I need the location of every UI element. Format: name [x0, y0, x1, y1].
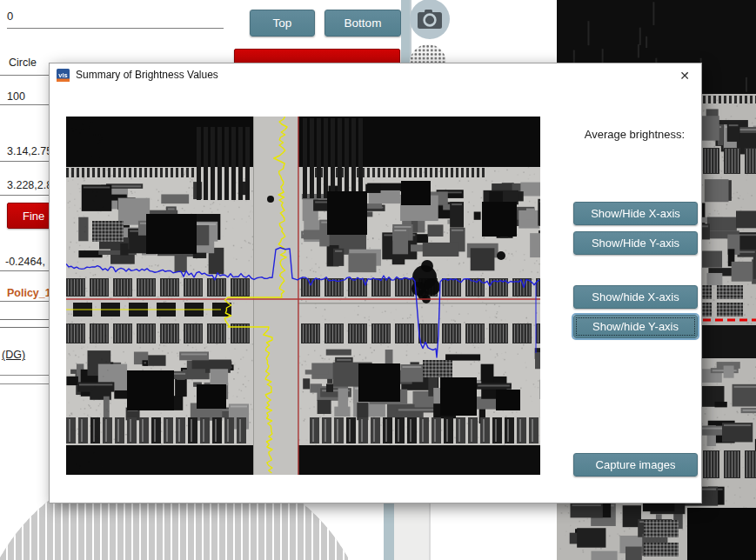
show-hide-x-axis-lower-button[interactable]: Show/hide X-axis — [573, 285, 698, 309]
panel-gutter — [394, 502, 429, 560]
dialog-title: Summary of Brightness Values — [76, 63, 218, 87]
camera-button[interactable] — [410, 0, 450, 39]
vertical-scrollbar-lower[interactable] — [384, 502, 394, 560]
divider — [0, 383, 50, 384]
brightness-dialog: vis Summary of Brightness Values ✕ Avera… — [49, 63, 702, 503]
offset-underline — [0, 270, 50, 271]
show-hide-y-axis-upper-button[interactable]: Show/Hide Y-axis — [573, 231, 698, 255]
offset-input[interactable]: -0.2464, — [5, 256, 50, 268]
coordinate-input[interactable]: 0 — [7, 10, 13, 23]
dialog-titlebar[interactable]: vis Summary of Brightness Values ✕ — [50, 63, 701, 87]
svg-text:vis: vis — [58, 71, 67, 79]
divider — [0, 319, 50, 320]
vis-app-icon: vis — [57, 69, 70, 85]
point-b-underline — [0, 195, 50, 196]
point-b-input[interactable]: 3.228,2.8 — [7, 179, 50, 191]
divider — [0, 375, 50, 376]
average-brightness-label: Average brightness: — [568, 128, 701, 141]
policy-link[interactable]: Policy_1 — [7, 287, 50, 299]
radius-input[interactable]: 100 — [7, 90, 25, 103]
divider — [0, 327, 50, 328]
close-button[interactable]: ✕ — [675, 66, 694, 85]
dg-label: (DG) — [2, 349, 25, 361]
vertical-scrollbar[interactable] — [401, 0, 410, 63]
close-icon: ✕ — [679, 69, 690, 83]
top-button[interactable]: Top — [250, 10, 315, 37]
bottom-button[interactable]: Bottom — [324, 10, 401, 37]
show-hide-y-axis-lower-button[interactable]: Show/hide Y-axis — [573, 315, 698, 338]
show-hide-x-axis-upper-button[interactable]: Show/Hide X-axis — [573, 202, 698, 225]
policy-underline — [0, 301, 50, 302]
brightness-image — [66, 117, 540, 475]
app-window: 0 Top Bottom Circle Syst Circle 100 3.14… — [0, 0, 756, 560]
capture-images-button[interactable]: Capture images — [573, 453, 698, 477]
coordinate-input-underline — [7, 28, 224, 29]
circle-underline — [0, 75, 50, 76]
circle-label: Circle — [9, 57, 37, 69]
panel-divider — [429, 502, 431, 560]
point-a-input[interactable]: 3.14,2.75 — [7, 145, 50, 157]
point-a-underline — [0, 161, 50, 162]
radius-underline — [0, 104, 50, 105]
camera-icon — [417, 9, 443, 30]
